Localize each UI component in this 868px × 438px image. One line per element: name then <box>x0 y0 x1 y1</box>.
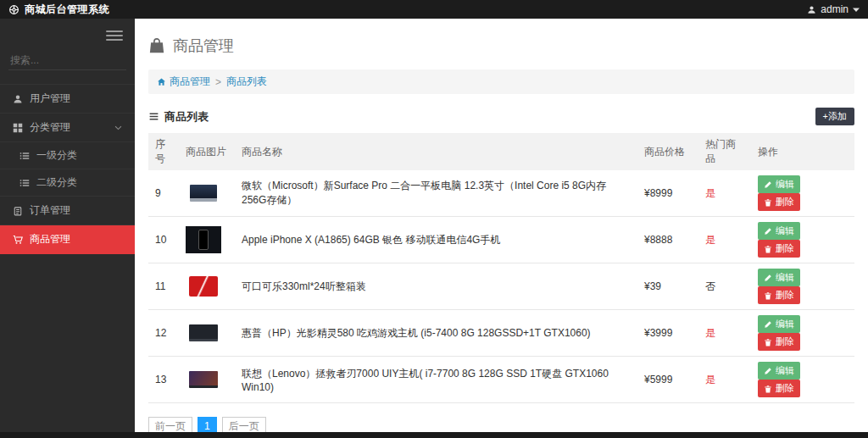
list-icon <box>19 177 30 188</box>
product-price: ¥39 <box>637 263 698 310</box>
search-input[interactable] <box>8 51 126 70</box>
product-image <box>186 226 221 253</box>
breadcrumb-current-link[interactable]: 商品列表 <box>226 75 267 89</box>
sidebar-item-label: 订单管理 <box>30 203 70 218</box>
sidebar-item-label: 二级分类 <box>36 175 77 190</box>
product-name: 可口可乐330ml*24听整箱装 <box>235 263 637 310</box>
col-header-ops: 操作 <box>751 133 854 170</box>
sidebar-item-category-level2[interactable]: 二级分类 <box>0 169 135 197</box>
trash-icon <box>764 291 772 300</box>
product-image <box>186 319 221 347</box>
product-price: ¥5999 <box>637 357 698 403</box>
table-row: 13 联想（Lenovo）拯救者刃7000 UIY主机( i7-7700 8G … <box>148 357 854 403</box>
order-icon <box>12 205 23 216</box>
table-row: 10 Apple iPhone X (A1865) 64GB 银色 移动联通电信… <box>148 217 854 263</box>
sidebar-item-label: 一级分类 <box>36 148 77 163</box>
hot-flag: 否 <box>698 263 751 310</box>
panel-header: 商品列表 +添加 <box>148 108 854 133</box>
delete-button[interactable]: 删除 <box>758 286 800 304</box>
topbar: 商城后台管理系统 admin <box>0 0 868 19</box>
panel-title-text: 商品列表 <box>164 109 209 125</box>
product-image <box>186 273 221 300</box>
delete-button[interactable]: 删除 <box>758 380 800 397</box>
bag-icon <box>148 37 165 54</box>
col-header-hot: 热门商品 <box>698 133 751 170</box>
edit-button[interactable]: 编辑 <box>758 222 800 240</box>
logo-icon <box>8 4 19 15</box>
col-header-name: 商品名称 <box>235 133 637 170</box>
sidebar-item-products[interactable]: 商品管理 <box>0 225 135 254</box>
caret-down-icon <box>853 6 860 13</box>
user-menu[interactable]: admin <box>807 3 860 15</box>
user-icon <box>807 5 816 14</box>
hot-flag: 是 <box>698 170 751 217</box>
panel-title: 商品列表 <box>148 109 209 125</box>
edit-button[interactable]: 编辑 <box>758 362 800 380</box>
product-id: 12 <box>148 310 179 357</box>
edit-icon <box>764 367 772 375</box>
product-id: 11 <box>148 263 179 310</box>
delete-button[interactable]: 删除 <box>758 333 800 351</box>
home-icon <box>157 77 166 86</box>
sidebar-item-label: 分类管理 <box>30 120 70 135</box>
sidebar-menu: 用户管理 分类管理 <box>0 84 135 254</box>
user-icon <box>12 93 23 104</box>
sidebar-item-categories[interactable]: 分类管理 <box>0 114 135 142</box>
product-price: ¥3999 <box>637 310 698 357</box>
edit-icon <box>764 274 772 282</box>
product-id: 10 <box>148 217 179 263</box>
edit-button[interactable]: 编辑 <box>758 175 800 193</box>
product-image <box>186 180 221 207</box>
add-product-button[interactable]: +添加 <box>815 108 854 125</box>
main-content: 商品管理 商品管理 > 商品列表 <box>135 19 868 438</box>
sidebar-item-orders[interactable]: 订单管理 <box>0 197 135 225</box>
sidebar-item-label: 用户管理 <box>30 91 70 106</box>
breadcrumb-root-link[interactable]: 商品管理 <box>157 75 210 89</box>
breadcrumb: 商品管理 > 商品列表 <box>148 69 854 94</box>
trash-icon <box>764 385 772 393</box>
trash-icon <box>764 198 772 207</box>
list-icon <box>19 150 30 161</box>
table-row: 11 可口可乐330ml*24听整箱装 ¥39 否 编辑 删除 <box>148 263 854 310</box>
breadcrumb-separator: > <box>215 76 221 88</box>
col-header-price: 商品价格 <box>637 133 698 170</box>
sidebar-item-label: 商品管理 <box>30 232 70 247</box>
hot-flag: 是 <box>698 310 751 357</box>
edit-button[interactable]: 编辑 <box>758 269 800 286</box>
hot-flag: 是 <box>698 217 751 263</box>
product-image <box>186 366 221 393</box>
product-table: 序号 商品图片 商品名称 商品价格 热门商品 操作 9 微软（Microsoft… <box>148 133 854 403</box>
table-row: 12 惠普（HP）光影精灵580 吃鸡游戏主机 (i5-7400 8G 128G… <box>148 310 854 357</box>
app-title: 商城后台管理系统 <box>25 3 109 17</box>
edit-icon <box>764 227 772 236</box>
product-price: ¥8999 <box>637 170 698 217</box>
bottom-strip <box>0 432 868 438</box>
product-id: 9 <box>148 170 179 217</box>
col-header-image: 商品图片 <box>179 133 235 170</box>
sidebar-item-category-level1[interactable]: 一级分类 <box>0 142 135 169</box>
table-row: 9 微软（Microsoft）新Surface Pro 二合一平板电脑 12.3… <box>148 170 854 217</box>
table-header-row: 序号 商品图片 商品名称 商品价格 热门商品 操作 <box>148 133 854 170</box>
edit-icon <box>764 180 772 189</box>
category-icon <box>12 122 23 133</box>
sidebar-search <box>8 51 126 70</box>
product-price: ¥8888 <box>637 217 698 263</box>
trash-icon <box>764 338 772 347</box>
username: admin <box>821 3 849 15</box>
trash-icon <box>764 245 772 253</box>
page-title-text: 商品管理 <box>173 36 234 56</box>
product-name: 微软（Microsoft）新Surface Pro 二合一平板电脑 12.3英寸… <box>235 170 637 217</box>
delete-button[interactable]: 删除 <box>758 240 800 258</box>
delete-button[interactable]: 删除 <box>758 193 800 211</box>
product-id: 13 <box>148 357 179 403</box>
product-name: Apple iPhone X (A1865) 64GB 银色 移动联通电信4G手… <box>235 217 637 263</box>
page-title: 商品管理 <box>148 36 854 56</box>
sidebar-item-users[interactable]: 用户管理 <box>0 84 135 114</box>
edit-button[interactable]: 编辑 <box>758 315 800 333</box>
col-header-id: 序号 <box>148 133 179 170</box>
sidebar-toggle-button[interactable] <box>106 30 123 41</box>
product-name: 联想（Lenovo）拯救者刃7000 UIY主机( i7-7700 8G 128… <box>235 357 637 403</box>
list-icon <box>148 111 159 122</box>
brand: 商城后台管理系统 <box>8 3 109 17</box>
hot-flag: 是 <box>698 357 751 403</box>
